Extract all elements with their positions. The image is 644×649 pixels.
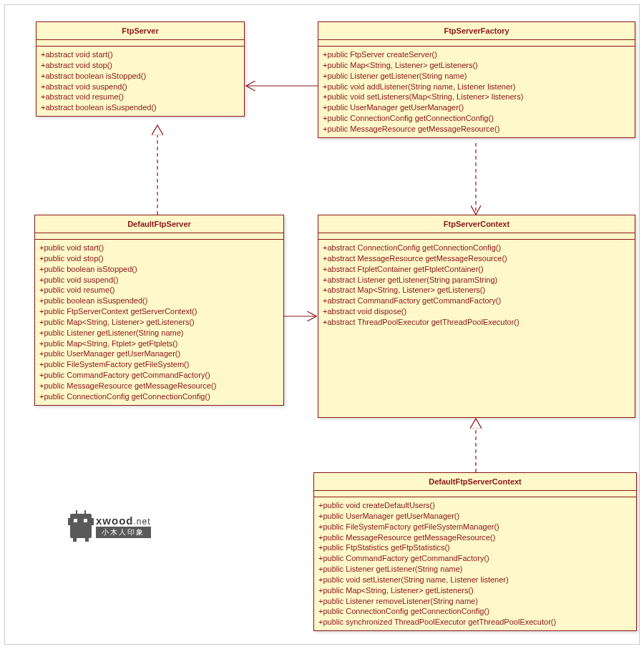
class-title: DefaultFtpServer [35,215,283,233]
method-row: +public ConnectionConfig getConnectionCo… [318,606,632,617]
class-ftpserver: FtpServer +abstract void start()+abstrac… [36,21,245,117]
watermark-domain: .net [134,517,151,527]
method-row: +public FileSystemFactory getFileSystemM… [318,522,632,532]
method-row: +public FtpServerContext getServerContex… [39,306,279,317]
method-row: +abstract void stop() [41,60,240,71]
method-row: +public void setListeners(Map<String, Li… [323,92,630,102]
method-row: +public CommandFactory getCommandFactory… [318,553,632,564]
method-row: +public Listener getListener(String name… [323,71,630,82]
method-row: +public FtpStatistics getFtpStatistics() [318,542,632,553]
watermark-tagline: 小木人印象 [96,527,151,538]
method-row: +public MessageResource getMessageResour… [323,124,630,135]
class-title: DefaultFtpServerContext [314,473,636,491]
method-row: +public CommandFactory getCommandFactory… [39,370,279,381]
method-row: +public Map<String, Listener> getListene… [323,60,630,71]
method-row: +public FtpServer createServer() [323,49,630,60]
method-row: +public Map<String, Listener> getListene… [39,317,279,328]
class-attrs-empty [314,491,636,497]
class-methods: +abstract void start()+abstract void sto… [36,47,244,116]
class-methods: +abstract ConnectionConfig getConnection… [318,240,635,331]
method-row: +public ConnectionConfig getConnectionCo… [39,391,279,402]
method-row: +public Listener getListener(String name… [318,564,632,575]
method-row: +abstract CommandFactory getCommandFacto… [323,296,630,306]
method-row: +public UserManager getUserManager() [39,348,279,359]
method-row: +abstract ThreadPoolExecutor getThreadPo… [323,317,630,328]
method-row: +public void addListener(String name, Li… [323,82,630,92]
class-title: FtpServerFactory [318,22,635,40]
method-row: +abstract MessageResource getMessageReso… [323,253,630,264]
method-row: +abstract boolean isStopped() [41,71,240,82]
class-methods: +public FtpServer createServer()+public … [318,47,635,137]
method-row: +abstract ConnectionConfig getConnection… [323,243,630,253]
class-attrs-empty [318,233,635,240]
class-defaultftpserver: DefaultFtpServer +public void start()+pu… [34,215,284,406]
method-row: +public MessageResource getMessageResour… [318,532,632,543]
class-attrs-empty [318,40,635,47]
method-row: +abstract FtpletContainer getFtpletConta… [323,264,630,275]
method-row: +public boolean isStopped() [39,264,279,275]
class-methods: +public void start()+public void stop()+… [35,240,283,405]
method-row: +abstract void dispose() [323,306,630,317]
class-attrs-empty [36,40,244,47]
method-row: +public void resume() [39,285,279,296]
method-row: +public UserManager getUserManager() [318,511,632,522]
method-row: +abstract void suspend() [41,82,240,92]
method-row: +abstract void start() [41,49,240,60]
method-row: +public MessageResource getMessageResour… [39,381,279,391]
watermark-brand: xwood [96,514,134,527]
class-ftpserverfactory: FtpServerFactory +public FtpServer creat… [318,21,635,138]
method-row: +public Listener removeListener(String n… [318,596,632,607]
watermark-logo: xwood.net 小木人印象 [70,514,151,538]
class-defaultftpservercontext: DefaultFtpServerContext +public void cre… [313,472,637,631]
method-row: +public void stop() [39,253,279,264]
class-title: FtpServerContext [318,215,635,233]
class-ftpservercontext: FtpServerContext +abstract ConnectionCon… [318,215,635,418]
class-attrs-empty [35,233,283,240]
method-row: +public void start() [39,243,279,253]
method-row: +public UserManager getUserManager() [323,102,630,113]
method-row: +public synchronized ThreadPoolExecutor … [318,617,632,628]
class-methods: +public void createDefaultUsers()+public… [314,497,636,630]
method-row: +abstract boolean isSuspended() [41,102,240,113]
class-title: FtpServer [36,22,244,40]
method-row: +public ConnectionConfig getConnectionCo… [323,113,630,124]
robot-icon [70,514,92,538]
method-row: +public boolean isSuspended() [39,296,279,306]
method-row: +public Map<String, Ftplet> getFtplets() [39,338,279,349]
method-row: +abstract void resume() [41,92,240,102]
method-row: +public Map<String, Listener> getListene… [318,585,632,596]
method-row: +public Listener getListener(String name… [39,328,279,338]
method-row: +public void suspend() [39,275,279,286]
method-row: +public void setListener(String name, Li… [318,575,632,585]
method-row: +public FileSystemFactory getFileSystem(… [39,359,279,370]
method-row: +abstract Map<String, Listener> getListe… [323,285,630,296]
method-row: +abstract Listener getListener(String pa… [323,275,630,286]
method-row: +public void createDefaultUsers() [318,500,632,511]
